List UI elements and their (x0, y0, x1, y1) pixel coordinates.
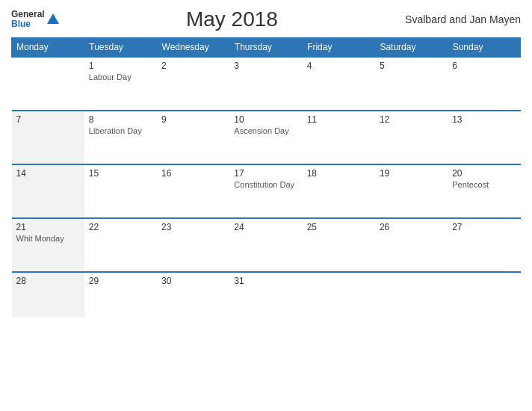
day-number: 4 (307, 61, 371, 71)
logo: General Blue (11, 10, 59, 29)
day-number: 13 (452, 114, 516, 125)
day-number: 18 (307, 168, 371, 179)
holiday-name: Pentecost (452, 180, 516, 189)
holiday-name: Liberation Day (89, 126, 152, 135)
day-number: 2 (161, 61, 225, 71)
calendar-cell: 8Liberation Day (84, 111, 157, 164)
header: General Blue May 2018 Svalbard and Jan M… (11, 7, 521, 31)
region-title: Svalbard and Jan Mayen (405, 13, 521, 25)
month-title: May 2018 (186, 7, 278, 31)
day-header-tuesday: Tuesday (84, 38, 157, 58)
day-header-monday: Monday (12, 38, 84, 58)
calendar-cell: 31 (229, 272, 302, 317)
calendar-cell: 20Pentecost (448, 164, 520, 218)
day-number: 30 (161, 276, 225, 286)
calendar-cell: 19 (375, 164, 448, 218)
calendar-cell: 3 (229, 57, 302, 111)
calendar-cell: 2 (157, 57, 229, 111)
day-number: 23 (161, 222, 225, 232)
day-number: 6 (452, 61, 516, 71)
calendar-cell: 25 (303, 218, 375, 272)
calendar-cell: 27 (448, 218, 520, 272)
logo-blue-text: Blue (11, 19, 45, 29)
day-number: 1 (89, 61, 152, 71)
day-header-friday: Friday (303, 38, 375, 58)
calendar-cell: 15 (84, 164, 157, 218)
calendar-cell: 12 (375, 111, 448, 164)
calendar-cell: 23 (157, 218, 229, 272)
week-row-4: 21Whit Monday222324252627 (12, 218, 521, 272)
calendar-cell: 1Labour Day (84, 57, 157, 111)
week-row-3: 14151617Constitution Day181920Pentecost (12, 164, 521, 218)
day-number: 21 (16, 222, 80, 232)
day-number: 12 (380, 114, 443, 125)
calendar-table: MondayTuesdayWednesdayThursdayFridaySatu… (11, 37, 521, 317)
day-number: 25 (307, 222, 371, 232)
day-number: 15 (89, 168, 152, 179)
day-number: 24 (234, 222, 297, 232)
calendar-cell (12, 57, 84, 111)
calendar-cell (375, 272, 448, 317)
calendar-cell: 13 (448, 111, 520, 164)
calendar-cell (303, 272, 375, 317)
calendar-cell: 9 (157, 111, 229, 164)
day-number: 9 (161, 114, 225, 125)
days-header-row: MondayTuesdayWednesdayThursdayFridaySatu… (12, 38, 521, 58)
calendar-cell: 24 (229, 218, 302, 272)
calendar-cell: 21Whit Monday (12, 218, 84, 272)
calendar-cell: 29 (84, 272, 157, 317)
day-number: 26 (380, 222, 443, 232)
day-number: 3 (234, 61, 297, 71)
calendar-cell: 11 (303, 111, 375, 164)
day-number: 7 (16, 114, 80, 125)
calendar-cell (448, 272, 520, 317)
week-row-2: 78Liberation Day910Ascension Day111213 (12, 111, 521, 164)
calendar-cell: 22 (84, 218, 157, 272)
calendar-cell: 10Ascension Day (229, 111, 302, 164)
holiday-name: Constitution Day (234, 180, 297, 189)
calendar-cell: 4 (303, 57, 375, 111)
week-row-1: 1Labour Day23456 (12, 57, 521, 111)
day-header-sunday: Sunday (448, 38, 520, 58)
day-number: 29 (89, 276, 152, 286)
day-number: 10 (234, 114, 297, 125)
day-number: 20 (452, 168, 516, 179)
calendar-cell: 30 (157, 272, 229, 317)
calendar-cell: 18 (303, 164, 375, 218)
calendar-cell: 7 (12, 111, 84, 164)
day-number: 31 (234, 276, 297, 286)
day-number: 17 (234, 168, 297, 179)
day-header-thursday: Thursday (229, 38, 302, 58)
holiday-name: Ascension Day (234, 126, 297, 135)
day-number: 19 (380, 168, 443, 179)
day-header-saturday: Saturday (375, 38, 448, 58)
calendar-page: General Blue May 2018 Svalbard and Jan M… (0, 0, 532, 411)
calendar-cell: 6 (448, 57, 520, 111)
calendar-cell: 16 (157, 164, 229, 218)
day-number: 22 (89, 222, 152, 232)
calendar-cell: 14 (12, 164, 84, 218)
day-number: 8 (89, 114, 152, 125)
day-number: 5 (380, 61, 443, 71)
calendar-cell: 26 (375, 218, 448, 272)
day-number: 11 (307, 114, 371, 125)
holiday-name: Whit Monday (16, 234, 80, 243)
calendar-cell: 5 (375, 57, 448, 111)
week-row-5: 28293031 (12, 272, 521, 317)
logo-triangle-icon (47, 13, 59, 24)
calendar-cell: 28 (12, 272, 84, 317)
day-number: 28 (16, 276, 80, 286)
day-header-wednesday: Wednesday (157, 38, 229, 58)
day-number: 27 (452, 222, 516, 232)
day-number: 14 (16, 168, 80, 179)
calendar-cell: 17Constitution Day (229, 164, 302, 218)
holiday-name: Labour Day (89, 72, 152, 81)
day-number: 16 (161, 168, 225, 179)
